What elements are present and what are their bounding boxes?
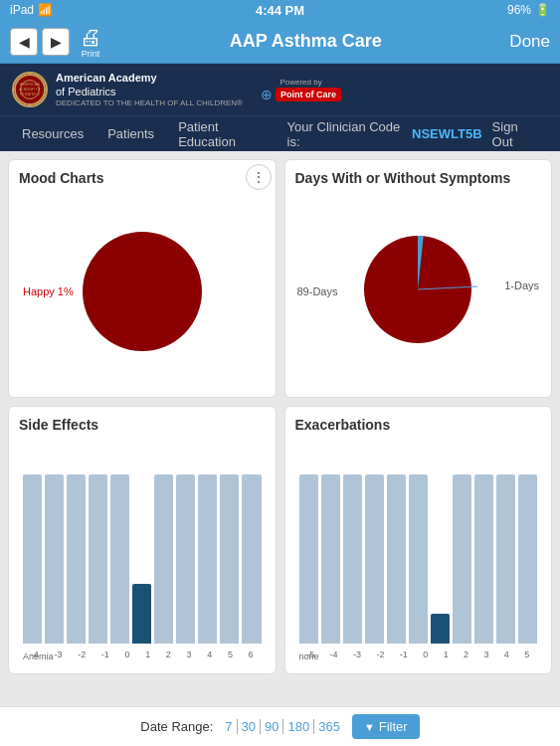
exacerbations-axis-label-5: 0 — [423, 650, 428, 659]
nav-patient-education[interactable]: Patient Education — [166, 116, 286, 151]
side-effects-chart-card: Side Effects -4-3-2-10123456 Anemia — [8, 406, 277, 674]
side-effects-bar-5 — [132, 584, 151, 644]
filter-button[interactable]: ▼ Filter — [352, 714, 420, 739]
days-with-legend-label: Days With Symptoms — [322, 397, 408, 398]
side-effects-bar-4 — [110, 474, 129, 644]
side-effects-axis-label-6: 2 — [166, 650, 171, 659]
side-effects-axis-label-4: 0 — [125, 650, 130, 659]
side-effects-bar-1 — [45, 474, 64, 644]
status-time: 4:44 PM — [256, 3, 304, 18]
date-link-180[interactable]: 180 — [283, 719, 314, 734]
exacerbations-bar-9 — [496, 474, 515, 644]
exacerbations-bottom-label: none — [299, 652, 319, 661]
exacerbations-axis-label-3: -2 — [376, 650, 384, 659]
exacerbations-axis-label-1: -4 — [330, 650, 338, 659]
side-effects-bar-8 — [198, 474, 217, 644]
exacerbations-bar-3 — [365, 474, 384, 644]
side-effects-bottom-label: Anemia — [23, 652, 54, 661]
point-of-care-label: Point of Care — [276, 88, 341, 101]
date-link-90[interactable]: 90 — [261, 719, 283, 734]
print-label: Print — [82, 49, 100, 59]
exacerbations-axis-label-4: -1 — [400, 650, 408, 659]
date-link-30[interactable]: 30 — [238, 719, 261, 734]
status-right: 96% 🔋 — [507, 3, 550, 17]
exacerbations-bar-4 — [387, 474, 406, 644]
date-link-365[interactable]: 365 — [314, 719, 344, 734]
back-button[interactable]: ◀ — [10, 28, 38, 56]
side-effects-bar-3 — [89, 474, 107, 644]
nav-buttons: ◀ ▶ 🖨 Print — [10, 25, 101, 59]
status-bar: iPad 📶 4:44 PM 96% 🔋 — [0, 0, 560, 20]
exacerbations-chart-card: Exacerbations -5-4-3-2-1012345 none — [284, 406, 553, 674]
happy-legend-dot — [121, 398, 129, 399]
side-effects-axis-label-1: -3 — [55, 650, 63, 659]
date-range-label: Date Range: — [140, 719, 213, 734]
nav-resources[interactable]: Resources — [10, 116, 95, 151]
powered-by-area: Powered by ⊕ Point of Care — [261, 78, 341, 102]
symptoms-chart-body: 89-Days 1-Days — [295, 190, 542, 393]
exacerbations-axis: -5-4-3-2-1012345 — [299, 650, 538, 659]
symptoms-chart: 89-Days 1-Days Days — [295, 190, 542, 398]
exacerbations-bar-2 — [343, 474, 362, 644]
status-left: iPad 📶 — [10, 3, 53, 17]
side-effects-title: Side Effects — [19, 417, 266, 433]
side-effects-axis-label-7: 3 — [187, 650, 192, 659]
exacerbations-bar-area — [295, 437, 542, 663]
carrier-label: iPad — [10, 3, 34, 17]
exacerbations-bar-1 — [321, 474, 340, 644]
date-links: 73090180365 — [221, 719, 344, 734]
exacerbations-bar-0 — [299, 474, 318, 644]
bottom-bar: Date Range: 73090180365 ▼ Filter — [0, 706, 560, 746]
powered-label: Powered by — [280, 78, 321, 87]
exacerbations-axis-label-6: 1 — [444, 650, 449, 659]
happy-legend-label: Happy — [133, 396, 162, 398]
clinician-code-area: Your Clinician Code is: NSEWLT5B — [287, 119, 482, 149]
days-without-legend-label: Days Without Symptoms — [432, 397, 530, 398]
done-button[interactable]: Done — [509, 32, 550, 52]
battery-label: 96% — [507, 3, 531, 17]
side-effects-bar-0 — [23, 474, 42, 644]
mood-chart: Happy 1% Happy — [19, 190, 266, 398]
happy-label: Happy 1% — [23, 285, 74, 297]
side-effects-bar-6 — [154, 474, 173, 644]
svg-text:PEDIATRICS: PEDIATRICS — [20, 93, 40, 96]
days-89-label: 89-Days — [297, 285, 338, 297]
title-bar: ◀ ▶ 🖨 Print AAP Asthma Care Done — [0, 20, 560, 64]
exacerbations-title: Exacerbations — [295, 417, 542, 433]
clinician-code-label: Your Clinician Code is: — [287, 119, 408, 149]
side-effects-axis-label-5: 1 — [145, 650, 150, 659]
exacerbations-bar-10 — [518, 474, 537, 644]
mood-chart-card: Mood Charts ⋮ Happy 1% Happy — [8, 159, 277, 398]
print-button[interactable]: 🖨 Print — [80, 25, 101, 59]
aap-logo-area: AMERICAN ACADEMY OF PEDIATRICS American … — [12, 71, 243, 109]
exacerbations-axis-label-2: -3 — [353, 650, 361, 659]
nav-patients[interactable]: Patients — [95, 116, 166, 151]
mood-menu-button[interactable]: ⋮ — [246, 164, 272, 190]
side-effects-bar-2 — [67, 474, 86, 644]
exacerbations-axis-label-9: 4 — [504, 650, 509, 659]
forward-button[interactable]: ▶ — [42, 28, 70, 56]
aap-dedicated: DEDICATED TO THE HEALTH OF ALL CHILDREN® — [56, 98, 243, 108]
mood-chart-title: Mood Charts — [19, 170, 266, 186]
page-title: AAP Asthma Care — [101, 31, 509, 52]
filter-icon: ▼ — [364, 721, 375, 733]
exacerbations-axis-label-10: 5 — [524, 650, 529, 659]
exacerbations-bar-5 — [409, 474, 428, 644]
aap-text: American Academy of Pediatrics DEDICATED… — [56, 71, 243, 109]
side-effects-bar-area — [19, 437, 266, 663]
wifi-icon: 📶 — [38, 3, 53, 17]
side-effects-axis-label-3: -1 — [101, 650, 109, 659]
print-icon: 🖨 — [80, 25, 101, 51]
filter-label: Filter — [379, 719, 408, 734]
exacerbations-bar-7 — [453, 474, 471, 644]
mood-chart-body: Happy 1% — [19, 190, 266, 392]
aap-org2: of Pediatrics — [56, 85, 243, 98]
clinician-code-value: NSEWLT5B — [412, 126, 482, 141]
sign-out-button[interactable]: Sign Out — [482, 119, 550, 149]
side-effects-axis-label-2: -2 — [78, 650, 86, 659]
days-1-label: 1-Days — [504, 280, 539, 291]
aap-header: AMERICAN ACADEMY OF PEDIATRICS American … — [0, 64, 560, 115]
symptoms-chart-card: Days With or Without Symptoms 89-Days — [284, 159, 553, 398]
date-link-7[interactable]: 7 — [221, 719, 237, 734]
side-effects-axis-label-9: 5 — [228, 650, 233, 659]
